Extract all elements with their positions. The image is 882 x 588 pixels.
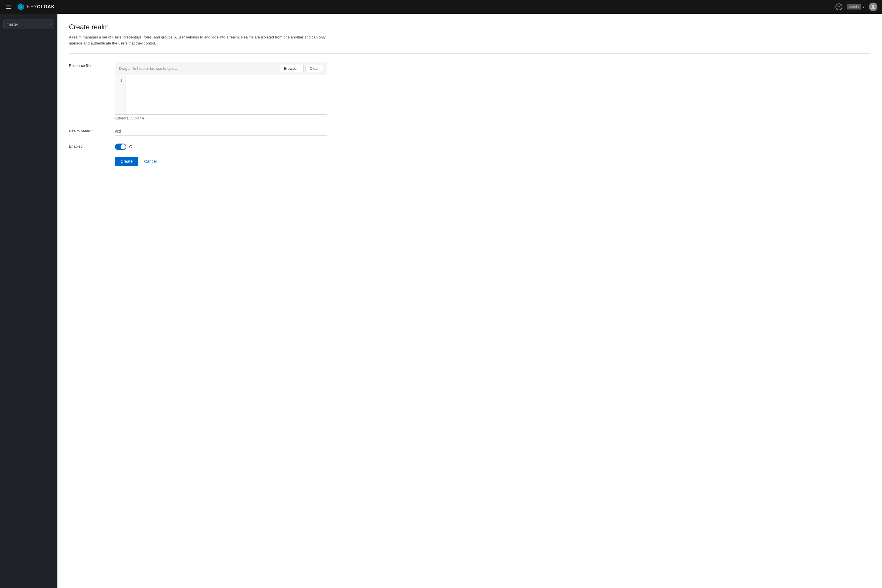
resource-file-label: Resource file — [69, 62, 115, 68]
logo-text: KEYCLOAK — [27, 4, 55, 9]
main-content: Create realm A realm manages a set of us… — [57, 14, 882, 588]
clear-button[interactable]: Clear — [306, 65, 323, 72]
required-star: * — [91, 129, 93, 133]
user-dropdown-chevron-icon: ▾ — [863, 6, 864, 9]
create-button[interactable]: Create — [115, 157, 138, 166]
create-realm-form: Resource file Drag a file here or browse… — [69, 62, 327, 166]
resource-file-control: Drag a file here or browse to upload Bro… — [115, 62, 327, 120]
file-upload-placeholder: Drag a file here or browse to upload — [119, 66, 178, 70]
navbar-right: ? admin ▾ — [836, 3, 878, 11]
enabled-label: Enabled — [69, 142, 115, 148]
hamburger-menu-button[interactable] — [4, 4, 12, 10]
cancel-button[interactable]: Cancel — [143, 157, 158, 166]
enabled-row: Enabled On — [69, 142, 327, 150]
realm-name-input[interactable] — [115, 127, 327, 135]
json-content-input[interactable] — [126, 75, 327, 114]
line-number-1: 1 — [118, 78, 122, 83]
toggle-state-label: On — [129, 144, 135, 149]
browse-button[interactable]: Browse... — [280, 65, 304, 72]
action-buttons: Create Cancel — [115, 157, 327, 166]
resource-file-row: Resource file Drag a file here or browse… — [69, 62, 327, 120]
enabled-toggle-container: On — [115, 142, 327, 150]
enabled-toggle[interactable] — [115, 144, 126, 150]
section-divider — [69, 53, 870, 54]
upload-hint: Upload a JSON file — [115, 116, 327, 120]
realm-selector-value: master — [7, 22, 18, 26]
realm-selector-chevron-icon: ▾ — [50, 22, 51, 26]
svg-point-3 — [872, 5, 874, 7]
file-upload-buttons: Browse... Clear — [280, 65, 323, 72]
realm-name-control — [115, 127, 327, 135]
help-button[interactable]: ? — [836, 3, 842, 10]
layout: master ▾ Create realm A realm manages a … — [0, 14, 882, 588]
navbar: KEYCLOAK ? admin ▾ — [0, 0, 882, 14]
file-upload-area[interactable]: Drag a file here or browse to upload Bro… — [115, 62, 327, 75]
keycloak-logo-icon — [16, 3, 25, 11]
json-editor: 1 — [115, 75, 327, 114]
page-description: A realm manages a set of users, credenti… — [69, 34, 327, 46]
realm-name-row: Realm name * — [69, 127, 327, 135]
logo: KEYCLOAK — [16, 3, 55, 11]
page-title: Create realm — [69, 23, 870, 31]
user-avatar[interactable] — [869, 3, 878, 11]
navbar-left: KEYCLOAK — [4, 3, 55, 11]
user-avatar-icon — [870, 4, 876, 10]
user-dropdown[interactable]: admin ▾ — [847, 4, 864, 9]
realm-selector[interactable]: master ▾ — [3, 20, 54, 29]
user-name-label: admin — [847, 4, 861, 9]
sidebar: master ▾ — [0, 14, 57, 588]
line-numbers: 1 — [115, 75, 126, 114]
realm-name-label: Realm name * — [69, 127, 115, 133]
